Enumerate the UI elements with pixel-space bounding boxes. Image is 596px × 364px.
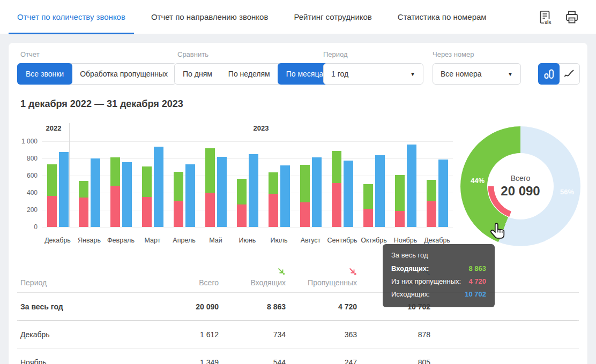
y-tick-label: 400: [9, 189, 38, 196]
outgoing-bar-11[interactable]: [407, 145, 416, 227]
table-row-1: Декабрь1 612734363878: [17, 321, 579, 348]
month-label: Июль: [263, 237, 295, 244]
missed-arrow-icon: [348, 267, 357, 277]
compare-granularity-switch: По днямПо неделямПо месяцам: [174, 63, 337, 85]
month-label: Октябрь: [358, 237, 390, 244]
chart-view-toggle: [538, 50, 580, 85]
hand-cursor: [490, 223, 506, 241]
stacked-incoming-bar-1[interactable]: [79, 181, 88, 227]
tab-2[interactable]: Рейтинг сотрудников: [285, 0, 380, 34]
top-navigation-bar: Отчет по количеству звонковОтчет по напр…: [0, 0, 596, 34]
donut-blue-percent: 56%: [560, 188, 574, 196]
stacked-incoming-bar-8[interactable]: [300, 165, 310, 227]
donut-chart[interactable]: 44% 56% Всего 20 090: [460, 126, 580, 246]
year-label-2022: 2022: [46, 124, 62, 132]
number-dropdown[interactable]: Все номера ▼: [433, 63, 521, 85]
stacked-incoming-bar-12[interactable]: [427, 180, 436, 227]
outgoing-bar-6[interactable]: [249, 154, 258, 227]
donut-total-value: 20 090: [501, 184, 540, 199]
donut-center-label: Всего: [511, 174, 531, 183]
bar-chart-view-button[interactable]: [538, 63, 560, 85]
filter-compare: Сравнить По днямПо неделямПо месяцам: [174, 50, 337, 85]
chevron-down-icon: ▼: [508, 71, 513, 77]
tab-0[interactable]: Отчет по количеству звонков: [9, 0, 134, 34]
month-label: Ноябрь: [390, 237, 421, 244]
chart-month-labels: ДекабрьЯнварьФевральМартАпрельМайИюньИюл…: [42, 237, 453, 244]
outgoing-bar-2[interactable]: [122, 162, 132, 227]
stacked-incoming-bar-10[interactable]: [363, 184, 373, 227]
month-label: Декабрь: [42, 237, 73, 244]
table-row-2: Ноябрь1 349544247805: [17, 348, 579, 364]
print-button[interactable]: [564, 9, 580, 25]
month-label: Апрель: [168, 237, 200, 244]
stacked-incoming-bar-2[interactable]: [110, 157, 120, 227]
filter-period: Период 1 год ▼: [323, 50, 423, 85]
column-header-2: Входящих: [219, 267, 286, 292]
compare-option-1[interactable]: По неделям: [220, 64, 278, 84]
printer-icon: [564, 10, 579, 25]
period-dropdown[interactable]: 1 год ▼: [323, 63, 423, 85]
topbar-icons: xls: [537, 9, 596, 25]
month-label: Февраль: [105, 237, 137, 244]
column-header-0: Период: [17, 278, 178, 292]
bar-chart-icon: [543, 69, 554, 79]
month-label: Сентябрь: [326, 237, 358, 244]
month-label: Август: [295, 237, 326, 244]
report-option-0[interactable]: Все звонки: [17, 63, 72, 85]
donut-green-percent: 44%: [471, 177, 485, 185]
month-label: Январь: [73, 237, 105, 244]
report-option-1[interactable]: Обработка пропущенных: [72, 64, 176, 84]
outgoing-bar-9[interactable]: [344, 161, 353, 227]
filter-number-label: Через номер: [433, 50, 521, 58]
filter-report-label: Отчет: [17, 50, 176, 58]
y-tick-label: 1 000: [9, 138, 38, 145]
gridline: [42, 227, 453, 228]
outgoing-bar-3[interactable]: [154, 147, 163, 227]
stacked-incoming-bar-0[interactable]: [47, 164, 57, 227]
stacked-incoming-bar-7[interactable]: [269, 172, 278, 227]
year-label-2023: 2023: [254, 124, 269, 132]
y-tick-label: 800: [9, 155, 38, 162]
stacked-incoming-bar-3[interactable]: [142, 166, 152, 227]
export-xls-button[interactable]: xls: [537, 9, 553, 25]
incoming-arrow-icon: [277, 267, 286, 277]
tab-1[interactable]: Отчет по направлению звонков: [143, 0, 277, 34]
outgoing-bar-4[interactable]: [185, 164, 195, 227]
report-type-switch: Все звонкиОбработка пропущенных: [17, 63, 176, 85]
tooltip-row: Исходящих:10 702: [391, 290, 486, 298]
stacked-incoming-bar-6[interactable]: [237, 179, 247, 227]
stacked-incoming-bar-11[interactable]: [395, 175, 405, 227]
bar-chart-plot: [42, 141, 453, 227]
column-header-1: Всего: [178, 278, 219, 292]
month-label: Июнь: [232, 237, 263, 244]
outgoing-bar-0[interactable]: [59, 152, 69, 227]
tooltip-row: Из них пропущенных:4 720: [391, 277, 486, 285]
tooltip-title: За весь год: [391, 251, 486, 259]
line-chart-view-button[interactable]: [559, 64, 579, 84]
number-value: Все номера: [441, 70, 482, 78]
tab-3[interactable]: Статистика по номерам: [389, 0, 495, 34]
report-tabs: Отчет по количеству звонковОтчет по напр…: [0, 0, 495, 34]
compare-option-0[interactable]: По дням: [175, 64, 220, 84]
outgoing-bar-8[interactable]: [312, 157, 322, 227]
y-tick-label: 0: [9, 223, 38, 231]
stacked-incoming-bar-5[interactable]: [205, 148, 215, 227]
stacked-incoming-bar-4[interactable]: [174, 172, 183, 227]
outgoing-bar-12[interactable]: [438, 160, 448, 227]
period-value: 1 год: [331, 70, 348, 78]
tooltip-row: Входящих:8 863: [391, 264, 486, 272]
stacked-incoming-bar-9[interactable]: [332, 151, 341, 227]
month-label: Май: [200, 237, 232, 244]
month-label: Декабрь: [421, 237, 453, 244]
outgoing-bar-7[interactable]: [280, 165, 290, 227]
month-label: Март: [137, 237, 168, 244]
y-tick-label: 600: [9, 172, 38, 179]
line-chart-icon: [564, 69, 575, 79]
svg-text:xls: xls: [545, 20, 552, 25]
filter-compare-label: Сравнить: [174, 50, 337, 58]
filter-number: Через номер Все номера ▼: [433, 50, 521, 85]
chevron-down-icon: ▼: [410, 71, 415, 77]
outgoing-bar-10[interactable]: [375, 155, 385, 227]
outgoing-bar-1[interactable]: [91, 158, 100, 227]
outgoing-bar-5[interactable]: [217, 157, 227, 227]
